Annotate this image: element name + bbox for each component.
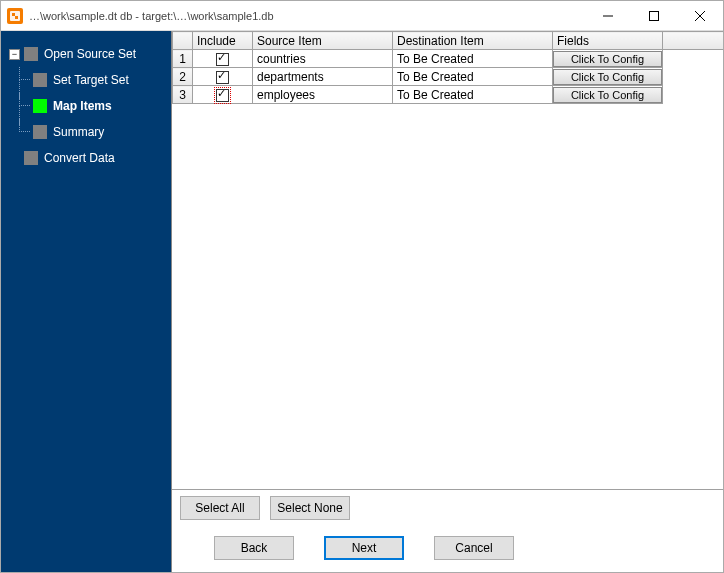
step-label: Convert Data <box>44 151 115 165</box>
table-row[interactable]: 1countriesTo Be CreatedClick To Config <box>173 50 724 68</box>
include-cell[interactable] <box>193 86 253 104</box>
col-header-source[interactable]: Source Item <box>253 32 393 50</box>
config-fields-button[interactable]: Click To Config <box>553 69 662 85</box>
main-panel: Include Source Item Destination Item Fie… <box>171 31 723 572</box>
fields-cell: Click To Config <box>553 68 663 86</box>
destination-item-cell[interactable]: To Be Created <box>393 86 553 104</box>
fields-cell: Click To Config <box>553 50 663 68</box>
include-cell[interactable] <box>193 68 253 86</box>
step-status-box <box>33 99 47 113</box>
items-grid-area: Include Source Item Destination Item Fie… <box>172 31 723 490</box>
include-checkbox[interactable] <box>216 53 229 66</box>
source-item-cell[interactable]: employees <box>253 86 393 104</box>
step-map-items[interactable]: Map Items <box>9 93 171 119</box>
step-label: Set Target Set <box>53 73 129 87</box>
include-checkbox[interactable] <box>216 71 229 84</box>
tree-collapse-icon[interactable]: − <box>9 49 20 60</box>
step-status-box <box>24 151 38 165</box>
table-row[interactable]: 3employeesTo Be CreatedClick To Config <box>173 86 724 104</box>
source-item-cell[interactable]: departments <box>253 68 393 86</box>
svg-rect-2 <box>15 16 18 19</box>
table-row[interactable]: 2departmentsTo Be CreatedClick To Config <box>173 68 724 86</box>
app-window: …\work\sample.dt db - target:\…\work\sam… <box>0 0 724 573</box>
col-header-include[interactable]: Include <box>193 32 253 50</box>
wizard-nav-bar: Back Next Cancel <box>172 526 723 572</box>
titlebar: …\work\sample.dt db - target:\…\work\sam… <box>1 1 723 31</box>
wizard-steps-tree: − Open Source Set Set Target Set Map Ite… <box>9 41 171 171</box>
step-summary[interactable]: Summary <box>9 119 171 145</box>
step-label: Summary <box>53 125 104 139</box>
close-button[interactable] <box>677 1 723 30</box>
svg-rect-4 <box>650 11 659 20</box>
include-cell[interactable] <box>193 50 253 68</box>
window-body: − Open Source Set Set Target Set Map Ite… <box>1 31 723 572</box>
destination-item-cell[interactable]: To Be Created <box>393 50 553 68</box>
col-header-fields[interactable]: Fields <box>553 32 663 50</box>
step-status-box <box>33 73 47 87</box>
col-header-dest[interactable]: Destination Item <box>393 32 553 50</box>
grid-corner-cell <box>173 32 193 50</box>
col-header-blank <box>663 32 724 50</box>
back-button[interactable]: Back <box>214 536 294 560</box>
cancel-button[interactable]: Cancel <box>434 536 514 560</box>
app-icon <box>7 8 23 24</box>
config-fields-button[interactable]: Click To Config <box>553 51 662 67</box>
row-number: 3 <box>173 86 193 104</box>
step-label: Open Source Set <box>44 47 136 61</box>
step-status-box <box>24 47 38 61</box>
row-number: 2 <box>173 68 193 86</box>
maximize-button[interactable] <box>631 1 677 30</box>
window-title: …\work\sample.dt db - target:\…\work\sam… <box>29 10 585 22</box>
select-none-button[interactable]: Select None <box>270 496 350 520</box>
step-status-box <box>33 125 47 139</box>
minimize-button[interactable] <box>585 1 631 30</box>
step-label: Map Items <box>53 99 112 113</box>
next-button[interactable]: Next <box>324 536 404 560</box>
grid-header-row: Include Source Item Destination Item Fie… <box>173 32 724 50</box>
destination-item-cell[interactable]: To Be Created <box>393 68 553 86</box>
selection-toolbar: Select All Select None <box>172 490 723 526</box>
config-fields-button[interactable]: Click To Config <box>553 87 662 103</box>
select-all-button[interactable]: Select All <box>180 496 260 520</box>
step-set-target-set[interactable]: Set Target Set <box>9 67 171 93</box>
step-convert-data[interactable]: Convert Data <box>9 145 171 171</box>
source-item-cell[interactable]: countries <box>253 50 393 68</box>
row-number: 1 <box>173 50 193 68</box>
items-grid: Include Source Item Destination Item Fie… <box>172 31 723 104</box>
fields-cell: Click To Config <box>553 86 663 104</box>
step-open-source-set[interactable]: − Open Source Set <box>9 41 171 67</box>
wizard-sidebar: − Open Source Set Set Target Set Map Ite… <box>1 31 171 572</box>
svg-rect-1 <box>12 13 15 16</box>
window-controls <box>585 1 723 30</box>
include-checkbox[interactable] <box>216 89 229 102</box>
